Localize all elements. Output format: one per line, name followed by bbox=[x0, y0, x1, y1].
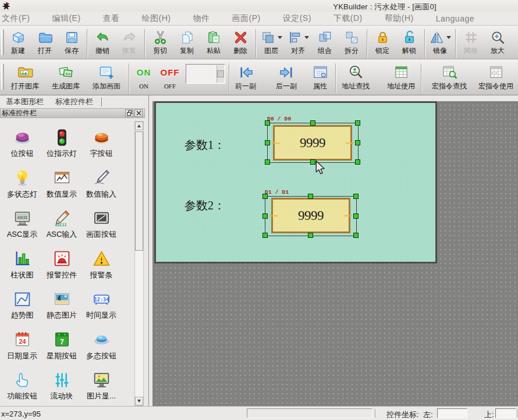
selection-handle[interactable] bbox=[262, 213, 268, 219]
selection-handle[interactable] bbox=[262, 194, 268, 199]
toolbox-tab-2[interactable]: 标准控件栏 bbox=[49, 95, 99, 109]
selection-handle[interactable] bbox=[310, 159, 315, 165]
toolbar-button-macro-find[interactable]: 宏指令查找 bbox=[428, 62, 471, 90]
toolbar-button-save[interactable]: 保存 bbox=[58, 28, 85, 55]
selection-handle[interactable] bbox=[265, 140, 270, 145]
combo-scroll-thumb[interactable] bbox=[217, 70, 224, 77]
palette-item-picture-display[interactable]: 图片显... bbox=[81, 370, 121, 411]
palette-item-week-button[interactable]: 7星期按钮 bbox=[42, 330, 81, 371]
dropdown-arrow-icon[interactable] bbox=[446, 36, 451, 39]
toolbar-button-align[interactable]: 对齐 bbox=[285, 28, 311, 55]
toolbar-gripper[interactable] bbox=[1, 64, 4, 90]
scrollbar-thumb[interactable] bbox=[135, 131, 143, 251]
dropdown-arrow-icon[interactable] bbox=[278, 36, 282, 39]
numeric-display-widget[interactable]: 9999 bbox=[271, 198, 350, 233]
toolbar-button-off-text[interactable]: OFFOFF bbox=[157, 62, 183, 90]
dropdown-arrow-icon[interactable] bbox=[304, 36, 309, 39]
selection-handle[interactable] bbox=[310, 120, 315, 126]
toolbar-button-on-text[interactable]: ONON bbox=[131, 62, 157, 90]
toolbar-button-next-frame[interactable]: 后一副 bbox=[272, 62, 301, 90]
combo-scrollbar[interactable] bbox=[217, 65, 224, 83]
menu-item-9[interactable]: 帮助(H) bbox=[385, 13, 414, 24]
numeric-display-widget[interactable]: 9999 bbox=[273, 125, 352, 161]
panel-splitter[interactable] bbox=[148, 95, 149, 406]
palette-item-bar-graph[interactable]: 柱状图 bbox=[2, 249, 42, 290]
toolbar-button-cut[interactable]: 剪切 bbox=[147, 28, 173, 55]
selection-handle[interactable] bbox=[355, 140, 360, 145]
toolbar-button-screen-add[interactable]: 添加画面 bbox=[86, 62, 127, 90]
toolbar-button-library-make[interactable]: 生成图库 bbox=[45, 62, 86, 90]
scrollbar-up-icon[interactable] bbox=[135, 122, 143, 130]
toolbar-button-group[interactable]: 组合 bbox=[311, 28, 338, 55]
palette-item-numeric-display[interactable]: 数值显示 bbox=[42, 168, 81, 209]
toolbar-button-undo[interactable]: 撤销 bbox=[89, 28, 116, 55]
toolbar-button-copy[interactable]: 复制 bbox=[173, 28, 200, 55]
palette-item-word-button[interactable]: 字按钮 bbox=[81, 127, 121, 168]
palette-item-static-picture[interactable]: 静态图片 bbox=[42, 289, 81, 330]
left-coord-input[interactable] bbox=[437, 408, 467, 418]
selection-handle[interactable] bbox=[355, 120, 360, 126]
palette-item-flow-block[interactable]: 流动块 bbox=[42, 370, 81, 411]
palette-item-multi-state-button[interactable]: 多态按钮 bbox=[81, 330, 121, 371]
toolbar-gripper[interactable] bbox=[1, 30, 4, 55]
menu-item-6[interactable]: 画面(P) bbox=[232, 13, 261, 24]
toolbar-button-address-find[interactable]: 地址查找 bbox=[338, 62, 374, 90]
toolbar-button-new-file[interactable]: 新建 bbox=[5, 28, 31, 55]
toolbar-button-delete[interactable]: 删除 bbox=[227, 28, 254, 55]
toolbar-button-prev-frame[interactable]: 前一副 bbox=[231, 62, 260, 90]
numeric-display-widget-selection[interactable]: D1 / D1 9999 bbox=[265, 196, 357, 236]
palette-item-alarm-bar[interactable]: 报警条 bbox=[81, 249, 121, 290]
menu-item-7[interactable]: 设定(S) bbox=[283, 13, 311, 24]
selection-handle[interactable] bbox=[353, 213, 359, 219]
palette-item-time-display[interactable]: 12:34时间显示 bbox=[81, 289, 121, 330]
menu-item-3[interactable]: 查看 bbox=[103, 13, 120, 24]
toolbar-button-library-open[interactable]: 打开图库 bbox=[5, 62, 45, 90]
toolbar-button-paste[interactable]: 粘贴 bbox=[200, 28, 227, 55]
state-selector-combo[interactable] bbox=[186, 64, 225, 84]
toolbar-button-properties[interactable]: 属性 bbox=[307, 62, 333, 90]
selection-handle[interactable] bbox=[353, 194, 359, 199]
canvas-text-label[interactable]: 参数2： bbox=[185, 198, 225, 213]
toolbar-button-mirror[interactable]: 镜像 bbox=[427, 28, 453, 55]
menu-item-8[interactable]: 下载(D) bbox=[333, 13, 363, 24]
panel-float-icon[interactable] bbox=[125, 109, 133, 117]
selection-handle[interactable] bbox=[262, 233, 268, 238]
menu-item-2[interactable]: 编辑(E) bbox=[52, 13, 80, 24]
menu-item-5[interactable]: 物件 bbox=[193, 13, 210, 24]
toolbar-button-lock[interactable]: 锁定 bbox=[369, 28, 396, 55]
selection-handle[interactable] bbox=[355, 159, 360, 165]
palette-item-screen-button[interactable]: 画面按钮 bbox=[81, 208, 121, 249]
palette-item-ascii-display[interactable]: ASCIIASC显示 bbox=[2, 208, 42, 249]
selection-handle[interactable] bbox=[308, 194, 313, 199]
palette-item-date-display[interactable]: 24日期显示 bbox=[2, 330, 42, 371]
scrollbar-down-icon[interactable] bbox=[135, 397, 143, 405]
selection-handle[interactable] bbox=[353, 233, 359, 238]
menu-item-1[interactable]: 文件(F) bbox=[2, 13, 30, 24]
palette-item-multi-state-lamp[interactable]: 多状态灯 bbox=[2, 168, 42, 209]
canvas-text-label[interactable]: 参数1： bbox=[185, 137, 225, 153]
toolbar-button-zoom-in[interactable]: 放大 bbox=[484, 28, 511, 55]
selection-handle[interactable] bbox=[265, 120, 270, 126]
toolbar-button-split[interactable]: 拆分 bbox=[338, 28, 365, 55]
palette-item-alarm-control[interactable]: 报警控件 bbox=[42, 249, 81, 290]
toolbox-tab-1[interactable]: 基本图形栏 bbox=[0, 95, 49, 109]
toolbar-button-unlock[interactable]: 解锁 bbox=[396, 28, 423, 55]
numeric-display-widget-selection[interactable]: D0 / D0 9999 bbox=[267, 123, 359, 163]
panel-close-icon[interactable] bbox=[134, 109, 143, 117]
top-coord-input[interactable] bbox=[495, 408, 516, 418]
palette-item-bit-lamp[interactable]: 位指示灯 bbox=[42, 127, 81, 168]
screen-canvas[interactable]: 参数1： 参数2： D0 / D0 9999 D1 / D1 999 bbox=[156, 103, 435, 262]
toolbar-button-open-file[interactable]: 打开 bbox=[31, 28, 58, 55]
palette-scrollbar[interactable] bbox=[134, 121, 144, 406]
palette-item-ascii-input[interactable]: ASCIIASC输入 bbox=[42, 208, 81, 249]
palette-item-bit-button[interactable]: 位按钮 bbox=[2, 127, 42, 168]
menu-item-4[interactable]: 绘图(H) bbox=[142, 13, 171, 24]
selection-handle[interactable] bbox=[308, 233, 313, 238]
palette-item-trend-graph[interactable]: 趋势图 bbox=[2, 289, 42, 330]
selection-handle[interactable] bbox=[265, 159, 270, 165]
menu-item-10[interactable]: Language bbox=[436, 14, 474, 23]
palette-item-numeric-input[interactable]: 数值输入 bbox=[81, 168, 121, 209]
toolbar-button-layers[interactable]: 图层 bbox=[258, 28, 285, 55]
toolbar-button-macro-use[interactable]: 宏指令使用 bbox=[474, 62, 517, 90]
palette-item-function-button[interactable]: 功能按钮 bbox=[2, 370, 42, 411]
